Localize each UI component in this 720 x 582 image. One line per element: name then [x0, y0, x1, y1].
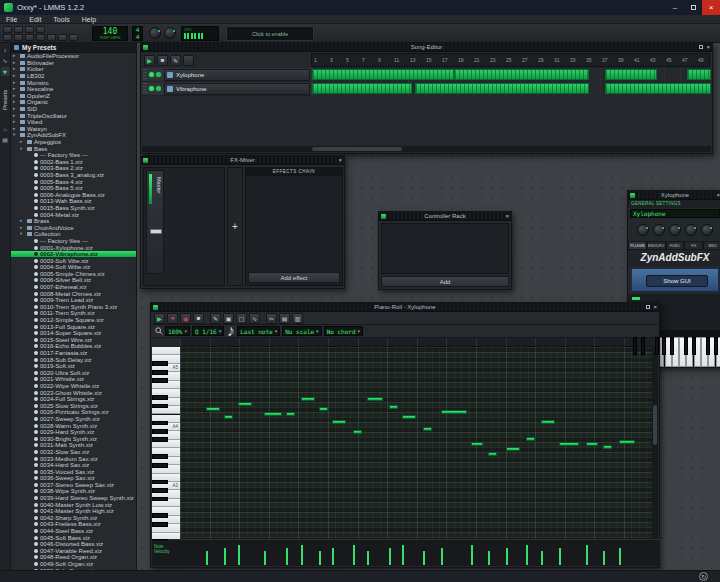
note-length-select[interactable]: Last note▾ [237, 326, 280, 336]
note[interactable] [224, 415, 233, 419]
song-hscrollbar[interactable] [142, 146, 711, 152]
tab-func[interactable]: FUNC [666, 241, 685, 250]
tree-preset[interactable]: 0041-Master Synth High.xiz [11, 508, 136, 515]
toggle-bb-editor-button[interactable] [14, 34, 23, 41]
save-project-button[interactable] [25, 26, 34, 33]
black-key[interactable] [152, 463, 168, 468]
song-editor-titlebar[interactable]: Song-Editor × [141, 43, 712, 52]
black-key[interactable] [152, 437, 168, 442]
tree-preset[interactable]: 0042-Sharp Synth.xiz [11, 515, 136, 522]
play-button[interactable]: ▶ [144, 55, 155, 66]
black-key[interactable] [706, 337, 710, 355]
track-grip[interactable] [143, 83, 147, 95]
toggle-piano-roll-button[interactable] [25, 34, 34, 41]
minimize-button[interactable]: – [666, 0, 684, 15]
tree-preset[interactable]: 0037-Stereo Sweep Sax.xiz [11, 482, 136, 489]
fx-mixer-close-icon[interactable]: × [338, 157, 342, 163]
stop-button[interactable]: ■ [193, 313, 204, 324]
fx-mixer-titlebar[interactable]: FX-Mixer × [141, 156, 344, 165]
velocity-bar[interactable] [319, 551, 321, 565]
tree-preset[interactable]: 0012-Simple Square.xiz [11, 317, 136, 324]
toggle-fx-mixer-button[interactable] [47, 34, 56, 41]
add-controller-button[interactable]: Add [381, 276, 509, 287]
solo-led[interactable] [156, 72, 161, 77]
draw-mode-button[interactable]: ✎ [170, 55, 181, 66]
pitch-knob[interactable] [669, 224, 681, 236]
note[interactable] [367, 397, 383, 401]
master-volume-knob[interactable] [149, 27, 161, 39]
black-key[interactable] [152, 421, 168, 426]
velocity-bar[interactable] [264, 551, 266, 565]
note[interactable] [586, 442, 598, 446]
pattern-segment[interactable] [312, 69, 454, 80]
controller-rack-titlebar[interactable]: Controller Rack × [379, 212, 511, 221]
tree-folder[interactable]: ▾Bass [11, 145, 136, 152]
velocity-bar[interactable] [367, 551, 369, 565]
chord-select[interactable]: No chord▾ [324, 326, 363, 336]
tree-folder[interactable]: ▸Nescaline [11, 86, 136, 93]
piano-roll-maximize-icon[interactable] [646, 305, 650, 309]
velocity-bar[interactable] [389, 548, 391, 565]
black-key[interactable] [152, 361, 168, 366]
scale-select[interactable]: No scale▾ [282, 326, 321, 336]
tempo-display[interactable]: 140 TEMPO/BPM [92, 26, 128, 41]
track-lane[interactable] [312, 82, 711, 96]
tree-preset[interactable]: 0025-Slow Strings.xiz [11, 402, 136, 409]
cut-button[interactable]: ✂ [266, 313, 277, 324]
note[interactable] [506, 447, 520, 451]
solo-led[interactable] [156, 86, 161, 91]
tree-preset[interactable]: 0036-Sweep Sax.xiz [11, 475, 136, 482]
note[interactable] [332, 420, 346, 424]
show-gui-button[interactable]: Show GUI [646, 275, 708, 287]
tree-folder[interactable]: ▸AudioFileProcessor [11, 53, 136, 60]
detune-mode-button[interactable]: ∿ [249, 313, 260, 324]
note[interactable] [603, 445, 612, 449]
velocity-bar[interactable] [353, 545, 355, 565]
tree-folder[interactable]: ▸Brass [11, 218, 136, 225]
tree-folder[interactable]: ▸SID [11, 106, 136, 113]
tree-folder[interactable]: ▸OpulenZ [11, 93, 136, 100]
velocity-bar[interactable] [402, 545, 404, 565]
velocity-bar[interactable] [488, 551, 490, 565]
tree-preset[interactable]: 0005-Bass 5.xiz [11, 185, 136, 192]
volume-knob[interactable] [637, 224, 649, 236]
tree-preset[interactable]: 0015-Steel Wire.xiz [11, 337, 136, 344]
tree-preset[interactable]: 0004-Metal.xiz [11, 211, 136, 218]
tree-preset[interactable]: --- Factory files --- [11, 152, 136, 159]
tree-folder[interactable]: ▸BitInvader [11, 60, 136, 67]
note[interactable] [319, 407, 328, 411]
black-key[interactable] [152, 454, 168, 459]
black-key[interactable] [152, 395, 168, 400]
velocity-bar[interactable] [286, 548, 288, 565]
tree-preset[interactable]: 0019-Soft.xiz [11, 363, 136, 370]
tree-preset[interactable]: 0014-Super Square.xiz [11, 330, 136, 337]
note[interactable] [526, 437, 535, 441]
tree-preset[interactable]: 0048-Reed Organ.xiz [11, 554, 136, 561]
tree-folder[interactable]: ▸Arpeggios [11, 139, 136, 146]
velocity-bar[interactable] [506, 548, 508, 565]
tree-preset[interactable]: 0021-Whistle.xiz [11, 376, 136, 383]
fx-master-channel[interactable]: Master [146, 170, 164, 274]
velocity-bar[interactable] [301, 545, 303, 565]
black-key[interactable] [152, 480, 168, 485]
black-key[interactable] [152, 488, 168, 493]
tree-preset[interactable]: 0011-Trem Synth.xiz [11, 310, 136, 317]
velocity-bar[interactable] [206, 551, 208, 565]
tree-preset[interactable]: 0027-Sweep Synth.xiz [11, 416, 136, 423]
tree-preset[interactable]: 0028-Warm Synth.xiz [11, 422, 136, 429]
black-key[interactable] [152, 522, 168, 527]
refresh-icon[interactable]: ↻ [699, 572, 708, 581]
tab-midi[interactable]: MIDI [703, 241, 720, 250]
tree-preset[interactable]: 0043-Fretless Bass.xiz [11, 521, 136, 528]
song-editor-close-icon[interactable]: × [706, 44, 710, 50]
tree-preset[interactable]: 0003-Bass 2.xiz [11, 165, 136, 172]
black-key[interactable] [152, 539, 168, 541]
tree-preset[interactable]: 0004-Soft Wibe.xiz [11, 264, 136, 271]
velocity-bar[interactable] [526, 545, 528, 565]
tab-envlfo[interactable]: ENV/LFO [647, 241, 666, 250]
black-key[interactable] [633, 337, 637, 355]
panning-knob[interactable] [653, 224, 665, 236]
black-key[interactable] [655, 337, 659, 355]
pattern-segment[interactable] [454, 69, 590, 80]
mute-led[interactable] [149, 72, 154, 77]
